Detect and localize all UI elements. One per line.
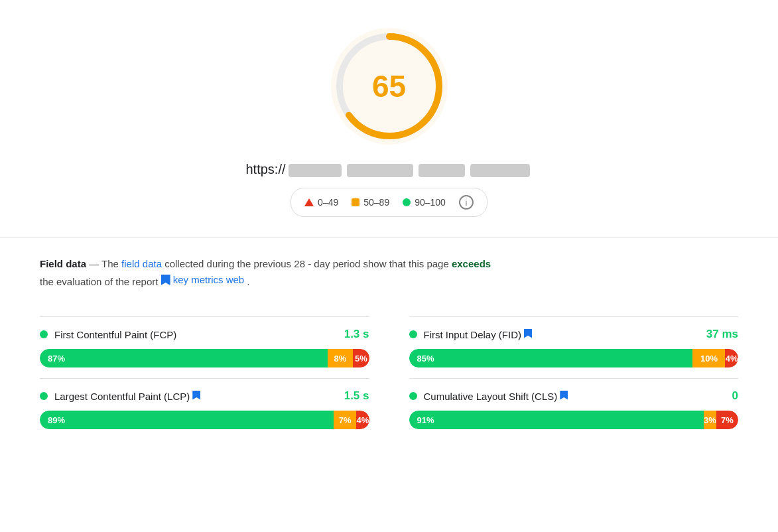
url-display: https:// <box>245 162 532 177</box>
bar-segment-cls-red: 7% <box>716 411 738 429</box>
bar-segment-fcp-orange: 8% <box>328 349 354 367</box>
metric-card-fcp: First Contentful Paint (FCP)1.3 s87%8%5% <box>40 316 369 378</box>
bar-segment-cls-orange: 3% <box>704 411 716 429</box>
metric-dot-cls <box>409 392 417 400</box>
metric-header-fid: First Input Delay (FID)37 ms <box>409 328 739 341</box>
key-metrics-text: key metrics web <box>173 272 245 288</box>
bar-segment-fcp-green: 87% <box>40 349 328 367</box>
top-section: 65 https:// 0–49 50–89 90–100 i <box>0 0 778 237</box>
bar-segment-fid-orange: 10% <box>692 349 725 367</box>
bookmark-icon <box>161 275 170 285</box>
metric-name-fcp: First Contentful Paint (FCP) <box>54 329 338 340</box>
metric-dot-fcp <box>40 330 48 338</box>
metric-value-fcp: 1.3 s <box>344 328 369 341</box>
metric-bar-cls: 91%3%7% <box>409 411 739 429</box>
bookmark-icon-cls <box>560 391 568 400</box>
score-value: 65 <box>372 68 406 104</box>
metric-bar-fid: 85%10%4% <box>409 349 739 367</box>
metric-card-cls: Cumulative Layout Shift (CLS)091%3%7% <box>409 378 739 440</box>
bar-segment-fcp-red: 5% <box>353 349 369 367</box>
metric-value-cls: 0 <box>732 389 738 403</box>
field-data-section: Field data — The field data collected du… <box>0 237 778 316</box>
exceeds-text: exceeds <box>452 258 491 269</box>
metric-dot-fid <box>409 330 417 338</box>
legend-range2-label: 50–89 <box>363 197 389 208</box>
field-data-desc-start: — The <box>89 258 121 269</box>
legend-orange: 50–89 <box>352 197 389 208</box>
legend-range1-label: 0–49 <box>318 197 338 208</box>
field-data-label: Field data <box>40 258 86 269</box>
metric-value-lcp: 1.5 s <box>344 389 369 403</box>
metric-value-fid: 37 ms <box>706 328 738 341</box>
key-metrics-link[interactable]: key metrics web <box>161 272 245 288</box>
red-triangle-icon <box>304 198 314 206</box>
legend-range3-label: 90–100 <box>415 197 446 208</box>
bookmark-icon-fid <box>524 329 532 338</box>
bar-segment-lcp-orange: 7% <box>334 411 356 429</box>
bar-segment-fid-green: 85% <box>409 349 693 367</box>
bar-segment-lcp-red: 4% <box>356 411 369 429</box>
green-circle-icon <box>403 198 411 206</box>
metric-header-lcp: Largest Contentful Paint (LCP)1.5 s <box>40 389 369 403</box>
metric-bar-fcp: 87%8%5% <box>40 349 369 367</box>
info-button[interactable]: i <box>459 195 474 210</box>
bar-segment-lcp-green: 89% <box>40 411 334 429</box>
metric-card-fid: First Input Delay (FID)37 ms85%10%4% <box>409 316 739 378</box>
metric-name-lcp: Largest Contentful Paint (LCP) <box>54 391 338 402</box>
metric-name-cls: Cumulative Layout Shift (CLS) <box>424 391 726 402</box>
metric-bar-lcp: 89%7%4% <box>40 411 369 429</box>
score-legend: 0–49 50–89 90–100 i <box>291 188 487 217</box>
metric-header-fcp: First Contentful Paint (FCP)1.3 s <box>40 328 369 341</box>
field-data-desc-end: the evaluation of the report <box>40 276 161 287</box>
bookmark-icon-lcp <box>192 391 200 400</box>
field-data-period: . <box>247 276 249 287</box>
metric-header-cls: Cumulative Layout Shift (CLS)0 <box>409 389 739 403</box>
legend-red: 0–49 <box>304 197 338 208</box>
metric-dot-lcp <box>40 392 48 400</box>
bar-segment-fid-red: 4% <box>725 349 738 367</box>
metric-name-fid: First Input Delay (FID) <box>424 329 700 340</box>
metric-card-lcp: Largest Contentful Paint (LCP)1.5 s89%7%… <box>40 378 369 440</box>
field-data-link[interactable]: field data <box>121 258 162 269</box>
metrics-grid: First Contentful Paint (FCP)1.3 s87%8%5%… <box>0 316 778 440</box>
bar-segment-cls-green: 91% <box>409 411 704 429</box>
score-gauge: 65 <box>330 27 449 146</box>
field-data-description: Field data — The field data collected du… <box>40 256 738 290</box>
orange-square-icon <box>352 198 359 206</box>
field-data-desc-mid: collected during the previous 28 - day p… <box>162 258 452 269</box>
legend-green: 90–100 <box>403 197 446 208</box>
